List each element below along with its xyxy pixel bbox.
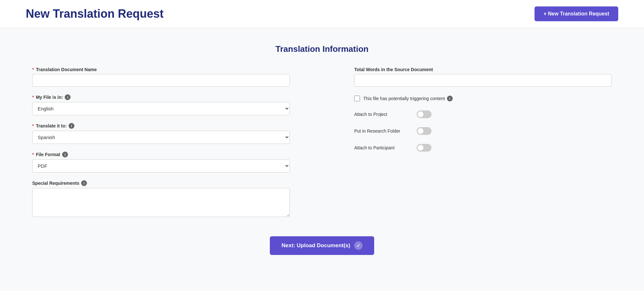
required-star-3: * (32, 123, 34, 128)
attach-project-label: Attach to Project (354, 112, 412, 117)
special-req-textarea[interactable] (32, 188, 290, 217)
file-format-select[interactable]: PDF Word Excel PowerPoint Text (32, 159, 290, 173)
attach-project-slider (417, 110, 431, 118)
page-title: New Translation Request (26, 7, 164, 21)
translate-to-group: * Translate it to: i Spanish English Fre… (32, 123, 290, 144)
research-folder-toggle[interactable] (417, 127, 431, 135)
next-upload-button[interactable]: Next: Upload Document(s) ✓ (270, 236, 374, 255)
file-is-in-group: * My File is in: i English Spanish Frenc… (32, 94, 290, 115)
total-words-label: Total Words in the Source Document (354, 67, 612, 72)
doc-name-group: * Translation Document Name (32, 67, 290, 87)
page-header: New Translation Request + New Translatio… (0, 0, 644, 28)
file-format-group: * File Format i PDF Word Excel PowerPoin… (32, 152, 290, 173)
file-format-info-icon[interactable]: i (62, 152, 68, 157)
section-title: Translation Information (26, 44, 618, 54)
research-folder-row: Put in Research Folder (354, 127, 612, 135)
special-req-info-icon[interactable]: i (81, 180, 87, 186)
translate-to-info-icon[interactable]: i (69, 123, 74, 129)
right-column: Total Words in the Source Document This … (354, 67, 612, 217)
doc-name-label: * Translation Document Name (32, 67, 290, 72)
main-content: Translation Information * Translation Do… (0, 28, 644, 271)
triggering-content-row: This file has potentially triggering con… (354, 96, 612, 101)
new-translation-request-button[interactable]: + New Translation Request (535, 6, 618, 21)
total-words-input[interactable] (354, 74, 612, 87)
bottom-action: Next: Upload Document(s) ✓ (26, 236, 618, 255)
attach-participant-toggle[interactable] (417, 144, 431, 152)
special-req-group: Special Requirements i (32, 180, 290, 217)
attach-project-toggle[interactable] (417, 110, 431, 118)
file-is-in-info-icon[interactable]: i (65, 94, 71, 100)
file-format-label: * File Format i (32, 152, 290, 157)
research-folder-slider (417, 127, 431, 135)
file-is-in-label: * My File is in: i (32, 94, 290, 100)
special-req-label: Special Requirements i (32, 180, 290, 186)
left-column: * Translation Document Name * My File is… (32, 67, 290, 217)
research-folder-label: Put in Research Folder (354, 128, 412, 134)
file-is-in-select[interactable]: English Spanish French German Chinese Ja… (32, 102, 290, 115)
triggering-content-checkbox[interactable] (354, 96, 360, 101)
doc-name-input[interactable] (32, 74, 290, 87)
attach-participant-row: Attach to Participant (354, 144, 612, 152)
required-star-4: * (32, 152, 34, 157)
attach-project-row: Attach to Project (354, 110, 612, 118)
next-btn-label: Next: Upload Document(s) (281, 242, 350, 249)
required-star: * (32, 67, 34, 72)
required-star-2: * (32, 95, 34, 100)
total-words-group: Total Words in the Source Document (354, 67, 612, 87)
translate-to-label: * Translate it to: i (32, 123, 290, 129)
check-circle-icon: ✓ (354, 241, 363, 250)
triggering-content-info-icon[interactable]: i (447, 96, 453, 101)
triggering-content-label: This file has potentially triggering con… (363, 96, 453, 101)
attach-participant-label: Attach to Participant (354, 145, 412, 150)
translate-to-select[interactable]: Spanish English French German Chinese Ja… (32, 131, 290, 144)
form-grid: * Translation Document Name * My File is… (32, 67, 612, 217)
attach-participant-slider (417, 144, 431, 152)
